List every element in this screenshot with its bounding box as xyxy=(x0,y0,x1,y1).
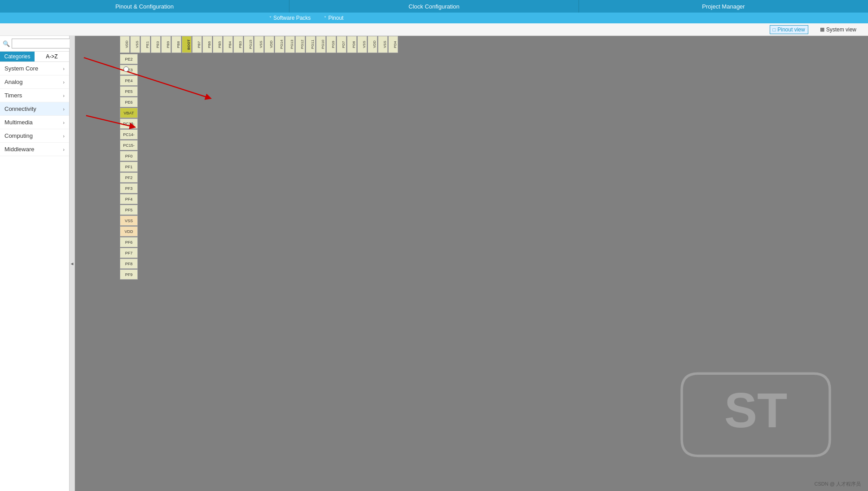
sidebar-search-row: 🔍 ▼ ⚙ xyxy=(0,36,69,52)
chevron-down-icon: ˅ xyxy=(269,16,272,21)
left-pin-VDD: VDD xyxy=(120,226,138,237)
left-pin-PC15-: PC15- xyxy=(120,140,138,150)
top-pin-PG15: PG15 xyxy=(244,36,254,53)
top-pin-PB4: PB4 xyxy=(223,36,233,53)
left-pin-PF2: PF2 xyxy=(120,172,138,183)
top-pin-PE0: PE0 xyxy=(151,36,161,53)
tab-az[interactable]: A->Z xyxy=(35,52,69,61)
system-view-icon: ▦ xyxy=(820,26,824,32)
sidebar-item-computing[interactable]: Computing › xyxy=(0,129,69,143)
sidebar-item-timers[interactable]: Timers › xyxy=(0,89,69,102)
left-pin-VBAT: VBAT xyxy=(120,108,138,118)
left-pin-PE5: PE5 xyxy=(120,86,138,96)
top-pin-VSS: VSS xyxy=(254,36,264,53)
left-pin-PC14-: PC14- xyxy=(120,129,138,140)
chevron-right-icon: › xyxy=(63,66,65,71)
top-pin-PB8: PB8 xyxy=(171,36,181,53)
top-pin-PB3: PB3 xyxy=(233,36,243,53)
chevron-right-icon: › xyxy=(63,93,65,98)
top-pin-PG14: PG14 xyxy=(275,36,285,53)
left-pin-PE6: PE6 xyxy=(120,97,138,107)
left-pin-PC13-: PC13- xyxy=(120,118,138,129)
top-pin-VSS: VSS xyxy=(130,36,140,53)
sidebar-item-connectivity[interactable]: Connectivity › xyxy=(0,102,69,116)
chevron-right-icon: › xyxy=(63,133,65,139)
main-layout: 🔍 ▼ ⚙ Categories A->Z System Core › Anal… xyxy=(0,36,868,491)
sidebar-item-middleware[interactable]: Middleware › xyxy=(0,143,69,156)
top-pin-VDD: VDD xyxy=(264,36,274,53)
pinout-view-icon: □ xyxy=(773,27,776,32)
top-pin-VSS: VSS xyxy=(357,36,367,53)
top-nav-bar: Pinout & Configuration Clock Configurati… xyxy=(0,0,868,13)
top-pin-VDD: VDD xyxy=(368,36,377,53)
system-view-button[interactable]: ▦ System view xyxy=(817,26,859,34)
nav-project-manager[interactable]: Project Manager xyxy=(579,0,868,13)
chevron-right-icon: › xyxy=(63,79,65,85)
subnav-pinout[interactable]: ˅ Pinout xyxy=(324,15,343,21)
main-content: VDDVSSPE1PE0PB9PB8BOOTPB7PB6PB5PB4PB3PG1… xyxy=(75,36,868,491)
top-pin-PD4: PD4 xyxy=(388,36,398,53)
sidebar-item-analog[interactable]: Analog › xyxy=(0,75,69,89)
watermark-text: CSDN @ 人才程序员 xyxy=(815,481,861,487)
top-pin-PE1: PE1 xyxy=(140,36,150,53)
top-pin-PB5: PB5 xyxy=(213,36,223,53)
left-pin-PF6: PF6 xyxy=(120,237,138,247)
svg-line-0 xyxy=(84,57,209,97)
svg-text:ST: ST xyxy=(724,382,788,438)
collapse-icon: ◄ xyxy=(70,261,75,266)
chevron-down-icon: ˅ xyxy=(324,16,326,21)
left-pin-PE4: PE4 xyxy=(120,75,138,86)
top-pin-BOOT: BOOT xyxy=(182,36,192,53)
top-pin-VDD: VDD xyxy=(120,36,130,53)
left-pin-PF1: PF1 xyxy=(120,162,138,172)
top-pin-PD6: PD6 xyxy=(347,36,357,53)
top-pin-PD7: PD7 xyxy=(337,36,346,53)
left-pin-PF0: PF0 xyxy=(120,151,138,161)
nav-clock-config[interactable]: Clock Configuration xyxy=(289,0,579,13)
top-pin-PB7: PB7 xyxy=(192,36,202,53)
st-logo: ST xyxy=(671,365,841,464)
left-pin-VSS: VSS xyxy=(120,215,138,226)
sidebar: 🔍 ▼ ⚙ Categories A->Z System Core › Anal… xyxy=(0,36,70,491)
view-options-bar: □ Pinout view ▦ System view xyxy=(0,23,868,36)
top-pin-PG10: PG10 xyxy=(316,36,326,53)
subnav-software-packs[interactable]: ˅ Software Packs xyxy=(269,15,311,21)
left-pin-PE3: PE3 xyxy=(120,65,138,75)
left-pin-PF7: PF7 xyxy=(120,248,138,258)
left-pin-PF3: PF3 xyxy=(120,183,138,193)
top-pin-PG12: PG12 xyxy=(295,36,305,53)
left-pin-PF4: PF4 xyxy=(120,194,138,204)
top-pin-VSS: VSS xyxy=(378,36,388,53)
sidebar-item-multimedia[interactable]: Multimedia › xyxy=(0,116,69,129)
chevron-right-icon: › xyxy=(63,120,65,125)
nav-pinout-config[interactable]: Pinout & Configuration xyxy=(0,0,289,13)
chip-left-area: PE2PE3PE4PE5PE6VBATPC13-PC14-PC15-PF0PF1… xyxy=(120,54,138,280)
top-pin-row: VDDVSSPE1PE0PB9PB8BOOTPB7PB6PB5PB4PB3PG1… xyxy=(120,36,399,54)
sidebar-item-system-core[interactable]: System Core › xyxy=(0,62,69,75)
left-pin-PF9: PF9 xyxy=(120,269,138,280)
pinout-view-button[interactable]: □ Pinout view xyxy=(770,25,808,34)
chevron-right-icon: › xyxy=(63,147,65,152)
top-pin-PG11: PG11 xyxy=(306,36,316,53)
sidebar-tabs: Categories A->Z xyxy=(0,52,69,62)
top-pin-PG13: PG13 xyxy=(285,36,295,53)
left-pin-PE2: PE2 xyxy=(120,54,138,64)
chevron-right-icon: › xyxy=(63,106,65,112)
left-pin-PF8: PF8 xyxy=(120,259,138,269)
tab-categories[interactable]: Categories xyxy=(0,52,35,61)
left-pin-PF5: PF5 xyxy=(120,205,138,215)
top-pin-PG9: PG9 xyxy=(326,36,336,53)
chip-orientation-dot xyxy=(123,66,129,72)
top-pin-PB9: PB9 xyxy=(161,36,171,53)
search-icon: 🔍 xyxy=(3,40,10,47)
sub-nav-bar: ˅ Software Packs ˅ Pinout xyxy=(0,13,868,23)
sidebar-collapse-handle[interactable]: ◄ xyxy=(70,36,75,491)
top-pin-PB6: PB6 xyxy=(202,36,212,53)
